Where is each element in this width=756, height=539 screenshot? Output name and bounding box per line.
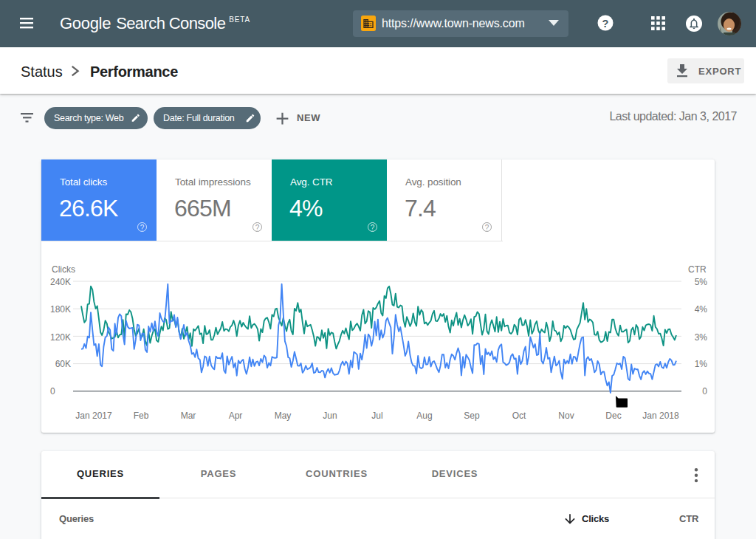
svg-text:?: ? <box>602 18 609 30</box>
